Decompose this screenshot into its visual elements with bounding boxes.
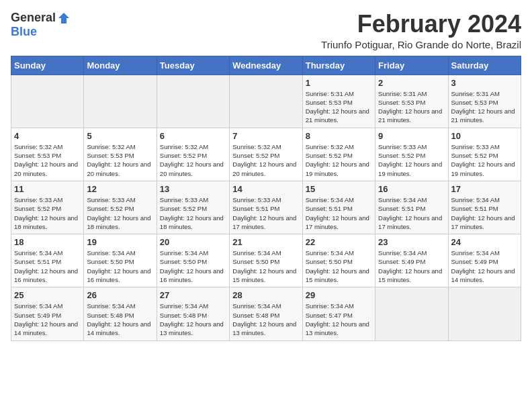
day-cell: 24Sunrise: 5:34 AM Sunset: 5:49 PM Dayli… [448,234,521,287]
day-number: 29 [306,290,372,300]
day-cell: 11Sunrise: 5:33 AM Sunset: 5:52 PM Dayli… [11,181,84,234]
day-number: 5 [87,131,153,141]
header-friday: Friday [375,56,448,75]
day-cell: 12Sunrise: 5:33 AM Sunset: 5:52 PM Dayli… [84,181,157,234]
calendar-header-row: SundayMondayTuesdayWednesdayThursdayFrid… [11,56,521,75]
calendar-table: SundayMondayTuesdayWednesdayThursdayFrid… [11,56,521,341]
day-cell: 15Sunrise: 5:34 AM Sunset: 5:51 PM Dayli… [302,181,375,234]
day-detail: Sunrise: 5:33 AM Sunset: 5:52 PM Dayligh… [451,142,518,178]
day-detail: Sunrise: 5:34 AM Sunset: 5:51 PM Dayligh… [306,195,372,231]
day-number: 8 [306,131,372,141]
title-area: February 2024 Triunfo Potiguar, Rio Gran… [321,11,521,50]
day-number: 13 [160,184,226,194]
day-cell [448,287,521,340]
day-number: 11 [14,184,81,194]
header-wednesday: Wednesday [230,56,302,75]
day-detail: Sunrise: 5:34 AM Sunset: 5:47 PM Dayligh… [306,302,372,337]
day-number: 28 [232,290,299,300]
day-cell [230,75,302,128]
header-monday: Monday [84,56,157,75]
day-number: 24 [451,237,518,247]
day-cell: 8Sunrise: 5:32 AM Sunset: 5:52 PM Daylig… [302,128,375,181]
day-detail: Sunrise: 5:33 AM Sunset: 5:52 PM Dayligh… [378,142,445,178]
day-detail: Sunrise: 5:34 AM Sunset: 5:48 PM Dayligh… [160,302,226,337]
day-cell [375,287,448,340]
day-number: 16 [378,184,445,194]
day-cell: 5Sunrise: 5:32 AM Sunset: 5:53 PM Daylig… [84,128,157,181]
day-cell [11,75,84,128]
day-cell: 9Sunrise: 5:33 AM Sunset: 5:52 PM Daylig… [375,128,448,181]
day-cell: 14Sunrise: 5:33 AM Sunset: 5:51 PM Dayli… [230,181,302,234]
header-sunday: Sunday [11,56,84,75]
day-cell [157,75,229,128]
day-number: 6 [160,131,226,141]
day-number: 19 [87,237,153,247]
month-title: February 2024 [321,11,521,38]
day-number: 20 [160,237,226,247]
day-cell: 20Sunrise: 5:34 AM Sunset: 5:50 PM Dayli… [157,234,229,287]
day-cell: 25Sunrise: 5:34 AM Sunset: 5:49 PM Dayli… [11,287,84,340]
day-detail: Sunrise: 5:32 AM Sunset: 5:53 PM Dayligh… [14,142,81,178]
day-detail: Sunrise: 5:34 AM Sunset: 5:51 PM Dayligh… [14,248,81,284]
day-number: 7 [232,131,299,141]
day-number: 4 [14,131,81,141]
day-number: 15 [306,184,372,194]
day-detail: Sunrise: 5:31 AM Sunset: 5:53 PM Dayligh… [378,89,445,125]
day-cell: 26Sunrise: 5:34 AM Sunset: 5:48 PM Dayli… [84,287,157,340]
header: General Blue February 2024 Triunfo Potig… [11,11,521,50]
week-row-3: 11Sunrise: 5:33 AM Sunset: 5:52 PM Dayli… [11,181,521,234]
logo-blue-text: Blue [11,25,37,39]
day-detail: Sunrise: 5:34 AM Sunset: 5:49 PM Dayligh… [378,248,445,284]
day-detail: Sunrise: 5:31 AM Sunset: 5:53 PM Dayligh… [451,89,518,125]
day-number: 12 [87,184,153,194]
day-detail: Sunrise: 5:34 AM Sunset: 5:48 PM Dayligh… [87,302,153,337]
day-detail: Sunrise: 5:33 AM Sunset: 5:52 PM Dayligh… [14,195,81,231]
day-cell: 1Sunrise: 5:31 AM Sunset: 5:53 PM Daylig… [302,75,375,128]
day-detail: Sunrise: 5:32 AM Sunset: 5:52 PM Dayligh… [306,142,372,178]
day-cell: 2Sunrise: 5:31 AM Sunset: 5:53 PM Daylig… [375,75,448,128]
day-detail: Sunrise: 5:34 AM Sunset: 5:50 PM Dayligh… [306,248,372,284]
day-number: 17 [451,184,518,194]
day-number: 9 [378,131,445,141]
day-number: 21 [232,237,299,247]
day-number: 22 [306,237,372,247]
header-saturday: Saturday [448,56,521,75]
day-number: 1 [306,78,372,88]
location-subtitle: Triunfo Potiguar, Rio Grande do Norte, B… [321,39,521,50]
day-number: 26 [87,290,153,300]
logo-icon [57,11,71,25]
day-cell: 27Sunrise: 5:34 AM Sunset: 5:48 PM Dayli… [157,287,229,340]
day-cell: 13Sunrise: 5:33 AM Sunset: 5:52 PM Dayli… [157,181,229,234]
day-number: 18 [14,237,81,247]
day-detail: Sunrise: 5:32 AM Sunset: 5:52 PM Dayligh… [160,142,226,178]
day-cell: 18Sunrise: 5:34 AM Sunset: 5:51 PM Dayli… [11,234,84,287]
logo-general-text: General [11,11,56,25]
day-cell: 7Sunrise: 5:32 AM Sunset: 5:52 PM Daylig… [230,128,302,181]
day-number: 2 [378,78,445,88]
day-cell: 22Sunrise: 5:34 AM Sunset: 5:50 PM Dayli… [302,234,375,287]
day-detail: Sunrise: 5:31 AM Sunset: 5:53 PM Dayligh… [306,89,372,125]
day-detail: Sunrise: 5:34 AM Sunset: 5:50 PM Dayligh… [232,248,299,284]
day-detail: Sunrise: 5:34 AM Sunset: 5:51 PM Dayligh… [378,195,445,231]
day-detail: Sunrise: 5:32 AM Sunset: 5:52 PM Dayligh… [232,142,299,178]
day-cell: 17Sunrise: 5:34 AM Sunset: 5:51 PM Dayli… [448,181,521,234]
day-cell: 29Sunrise: 5:34 AM Sunset: 5:47 PM Dayli… [302,287,375,340]
day-number: 25 [14,290,81,300]
day-cell: 10Sunrise: 5:33 AM Sunset: 5:52 PM Dayli… [448,128,521,181]
day-cell: 6Sunrise: 5:32 AM Sunset: 5:52 PM Daylig… [157,128,229,181]
week-row-5: 25Sunrise: 5:34 AM Sunset: 5:49 PM Dayli… [11,287,521,340]
day-detail: Sunrise: 5:33 AM Sunset: 5:52 PM Dayligh… [160,195,226,231]
day-detail: Sunrise: 5:34 AM Sunset: 5:50 PM Dayligh… [160,248,226,284]
day-number: 14 [232,184,299,194]
header-thursday: Thursday [302,56,375,75]
week-row-2: 4Sunrise: 5:32 AM Sunset: 5:53 PM Daylig… [11,128,521,181]
day-detail: Sunrise: 5:33 AM Sunset: 5:52 PM Dayligh… [87,195,153,231]
day-cell: 4Sunrise: 5:32 AM Sunset: 5:53 PM Daylig… [11,128,84,181]
day-number: 3 [451,78,518,88]
day-detail: Sunrise: 5:34 AM Sunset: 5:49 PM Dayligh… [451,248,518,284]
day-detail: Sunrise: 5:34 AM Sunset: 5:51 PM Dayligh… [451,195,518,231]
day-detail: Sunrise: 5:33 AM Sunset: 5:51 PM Dayligh… [232,195,299,231]
day-number: 27 [160,290,226,300]
day-cell [84,75,157,128]
week-row-1: 1Sunrise: 5:31 AM Sunset: 5:53 PM Daylig… [11,75,521,128]
